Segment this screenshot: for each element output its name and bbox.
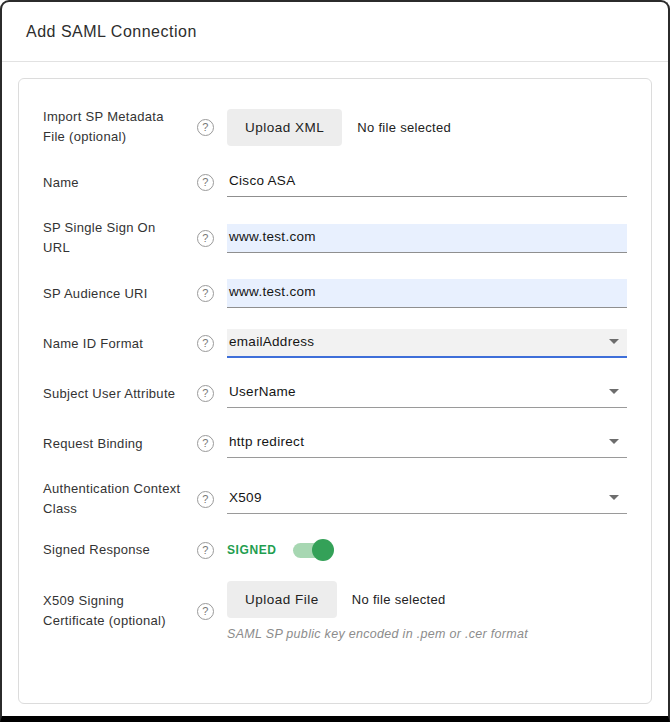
selected-value: X509: [229, 490, 262, 505]
help-icon[interactable]: ?: [197, 435, 214, 452]
field-row-import-sp-metadata: Import SP Metadata File (optional) ? Upl…: [43, 107, 627, 147]
help-icon[interactable]: ?: [197, 385, 214, 402]
field-row-sp-single-sign-on-url: SP Single Sign On URL ? www.test.com: [43, 218, 627, 258]
caret-down-icon: [609, 439, 619, 444]
help-icon[interactable]: ?: [197, 542, 214, 559]
help-icon[interactable]: ?: [197, 119, 214, 136]
caret-down-icon: [609, 339, 619, 344]
field-label: Name ID Format: [43, 334, 185, 354]
caret-down-icon: [609, 389, 619, 394]
sp-single-sign-on-url-field[interactable]: www.test.com: [227, 224, 627, 253]
help-icon[interactable]: ?: [197, 491, 214, 508]
signed-response-toggle[interactable]: [293, 543, 331, 558]
help-icon[interactable]: ?: [197, 603, 214, 620]
subject-user-attribute-select[interactable]: UserName: [227, 379, 627, 408]
dialog-header: Add SAML Connection: [2, 2, 668, 62]
help-icon[interactable]: ?: [197, 230, 214, 247]
signed-state-label: SIGNED: [227, 543, 277, 557]
field-row-name-id-format: Name ID Format ? emailAddress: [43, 329, 627, 358]
selected-value: UserName: [229, 384, 296, 399]
help-icon[interactable]: ?: [197, 285, 214, 302]
field-label: Name: [43, 173, 185, 193]
page-title: Add SAML Connection: [26, 23, 197, 41]
field-label: Import SP Metadata File (optional): [43, 107, 185, 147]
toggle-knob-icon: [312, 539, 334, 561]
field-row-subject-user-attribute: Subject User Attribute ? UserName: [43, 379, 627, 408]
saml-form-card: Import SP Metadata File (optional) ? Upl…: [18, 78, 652, 704]
upload-xml-button[interactable]: Upload XML: [227, 109, 342, 146]
field-row-request-binding: Request Binding ? http redirect: [43, 429, 627, 458]
field-row-authentication-context-class: Authentication Context Class ? X509: [43, 479, 627, 519]
field-row-sp-audience-uri: SP Audience URI ? www.test.com: [43, 279, 627, 308]
selected-value: emailAddress: [229, 334, 314, 349]
field-row-signed-response: Signed Response ? SIGNED: [43, 540, 627, 560]
field-label: Authentication Context Class: [43, 479, 185, 519]
field-label: Request Binding: [43, 434, 185, 454]
add-saml-connection-dialog: Add SAML Connection Import SP Metadata F…: [0, 0, 670, 722]
field-row-name: Name ? Cisco ASA: [43, 168, 627, 197]
sp-audience-uri-field[interactable]: www.test.com: [227, 279, 627, 308]
help-icon[interactable]: ?: [197, 174, 214, 191]
selected-value: http redirect: [229, 434, 304, 449]
field-row-x509-signing-certificate: X509 Signing Certificate (optional) ? Up…: [43, 581, 627, 641]
caret-down-icon: [609, 495, 619, 500]
file-status-text: No file selected: [352, 592, 446, 607]
help-icon[interactable]: ?: [197, 335, 214, 352]
certificate-helper-text: SAML SP public key encoded in .pem or .c…: [227, 627, 627, 641]
field-label: X509 Signing Certificate (optional): [43, 591, 185, 631]
field-label: SP Single Sign On URL: [43, 218, 185, 258]
name-field[interactable]: Cisco ASA: [227, 168, 627, 197]
file-status-text: No file selected: [357, 120, 451, 135]
field-label: Signed Response: [43, 540, 185, 560]
request-binding-select[interactable]: http redirect: [227, 429, 627, 458]
authentication-context-class-select[interactable]: X509: [227, 485, 627, 514]
name-id-format-select[interactable]: emailAddress: [227, 329, 627, 358]
upload-file-button[interactable]: Upload File: [227, 581, 337, 618]
field-label: SP Audience URI: [43, 284, 185, 304]
field-label: Subject User Attribute: [43, 384, 185, 404]
